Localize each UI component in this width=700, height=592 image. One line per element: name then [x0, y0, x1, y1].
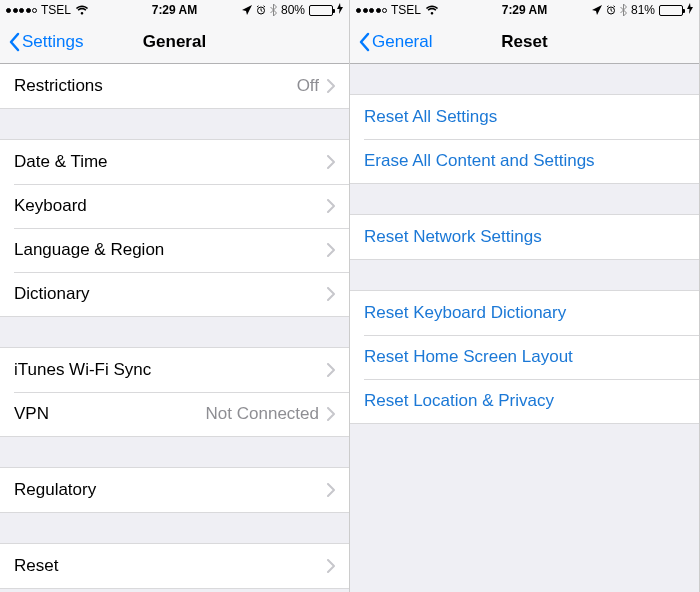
status-bar: TSEL 7:29 AM 81% — [350, 0, 699, 20]
row-label: Language & Region — [14, 240, 327, 260]
location-arrow-icon — [242, 5, 252, 15]
status-left: TSEL — [356, 3, 439, 17]
row-value: Off — [297, 76, 319, 96]
chevron-right-icon — [327, 155, 335, 169]
nav-bar: Settings General — [0, 20, 349, 64]
back-label: General — [372, 32, 432, 52]
row-reset-home-screen-layout[interactable]: Reset Home Screen Layout — [350, 335, 699, 379]
row-label: Dictionary — [14, 284, 327, 304]
signal-dots-icon — [356, 8, 387, 13]
alarm-icon — [256, 5, 266, 15]
charging-icon — [337, 3, 343, 17]
row-value: Not Connected — [206, 404, 319, 424]
back-label: Settings — [22, 32, 83, 52]
bluetooth-icon — [620, 4, 627, 16]
row-label: Date & Time — [14, 152, 327, 172]
group-reset-network: Reset Network Settings — [350, 214, 699, 260]
row-reset-all-settings[interactable]: Reset All Settings — [350, 95, 699, 139]
status-left: TSEL — [6, 3, 89, 17]
panel-general: TSEL 7:29 AM 80% — [0, 0, 350, 592]
battery-percent: 80% — [281, 3, 305, 17]
charging-icon — [687, 3, 693, 17]
chevron-right-icon — [327, 407, 335, 421]
group-gap — [350, 184, 699, 214]
location-arrow-icon — [592, 5, 602, 15]
row-language-region[interactable]: Language & Region — [0, 228, 349, 272]
row-label: Keyboard — [14, 196, 327, 216]
row-dictionary[interactable]: Dictionary — [0, 272, 349, 316]
chevron-right-icon — [327, 559, 335, 573]
row-restrictions[interactable]: Restrictions Off — [0, 64, 349, 108]
chevron-right-icon — [327, 287, 335, 301]
group-gap — [0, 109, 349, 139]
row-label: Reset Keyboard Dictionary — [364, 303, 685, 323]
row-reset-network-settings[interactable]: Reset Network Settings — [350, 215, 699, 259]
row-reset-keyboard-dictionary[interactable]: Reset Keyboard Dictionary — [350, 291, 699, 335]
row-label: Restrictions — [14, 76, 297, 96]
chevron-left-icon — [8, 32, 20, 52]
back-button-settings[interactable]: Settings — [8, 32, 83, 52]
chevron-right-icon — [327, 199, 335, 213]
group-reset: Reset — [0, 543, 349, 589]
group-regulatory: Regulatory — [0, 467, 349, 513]
panel-reset: TSEL 7:29 AM 81% — [350, 0, 700, 592]
nav-bar: General Reset — [350, 20, 699, 64]
group-gap — [0, 317, 349, 347]
back-button-general[interactable]: General — [358, 32, 432, 52]
row-keyboard[interactable]: Keyboard — [0, 184, 349, 228]
wifi-icon — [75, 5, 89, 15]
row-regulatory[interactable]: Regulatory — [0, 468, 349, 512]
group-sync: iTunes Wi-Fi Sync VPN Not Connected — [0, 347, 349, 437]
battery-percent: 81% — [631, 3, 655, 17]
chevron-right-icon — [327, 243, 335, 257]
row-label: iTunes Wi-Fi Sync — [14, 360, 327, 380]
row-reset[interactable]: Reset — [0, 544, 349, 588]
bluetooth-icon — [270, 4, 277, 16]
row-date-time[interactable]: Date & Time — [0, 140, 349, 184]
status-right: 80% — [242, 3, 343, 17]
chevron-left-icon — [358, 32, 370, 52]
carrier-label: TSEL — [41, 3, 71, 17]
row-label: Reset — [14, 556, 327, 576]
row-label: VPN — [14, 404, 206, 424]
row-label: Regulatory — [14, 480, 327, 500]
row-label: Reset All Settings — [364, 107, 685, 127]
row-label: Reset Location & Privacy — [364, 391, 685, 411]
chevron-right-icon — [327, 79, 335, 93]
chevron-right-icon — [327, 363, 335, 377]
row-erase-all-content[interactable]: Erase All Content and Settings — [350, 139, 699, 183]
group-restrictions: Restrictions Off — [0, 64, 349, 109]
carrier-label: TSEL — [391, 3, 421, 17]
status-right: 81% — [592, 3, 693, 17]
status-bar: TSEL 7:29 AM 80% — [0, 0, 349, 20]
battery-icon — [309, 5, 333, 16]
group-gap — [0, 437, 349, 467]
group-gap — [350, 260, 699, 290]
group-gap — [350, 64, 699, 94]
chevron-right-icon — [327, 483, 335, 497]
group-gap — [0, 513, 349, 543]
row-vpn[interactable]: VPN Not Connected — [0, 392, 349, 436]
signal-dots-icon — [6, 8, 37, 13]
row-label: Erase All Content and Settings — [364, 151, 685, 171]
group-locale: Date & Time Keyboard Language & Region D… — [0, 139, 349, 317]
row-reset-location-privacy[interactable]: Reset Location & Privacy — [350, 379, 699, 423]
group-reset-misc: Reset Keyboard Dictionary Reset Home Scr… — [350, 290, 699, 424]
alarm-icon — [606, 5, 616, 15]
row-label: Reset Network Settings — [364, 227, 685, 247]
row-label: Reset Home Screen Layout — [364, 347, 685, 367]
group-reset-all: Reset All Settings Erase All Content and… — [350, 94, 699, 184]
wifi-icon — [425, 5, 439, 15]
battery-icon — [659, 5, 683, 16]
row-itunes-wifi-sync[interactable]: iTunes Wi-Fi Sync — [0, 348, 349, 392]
